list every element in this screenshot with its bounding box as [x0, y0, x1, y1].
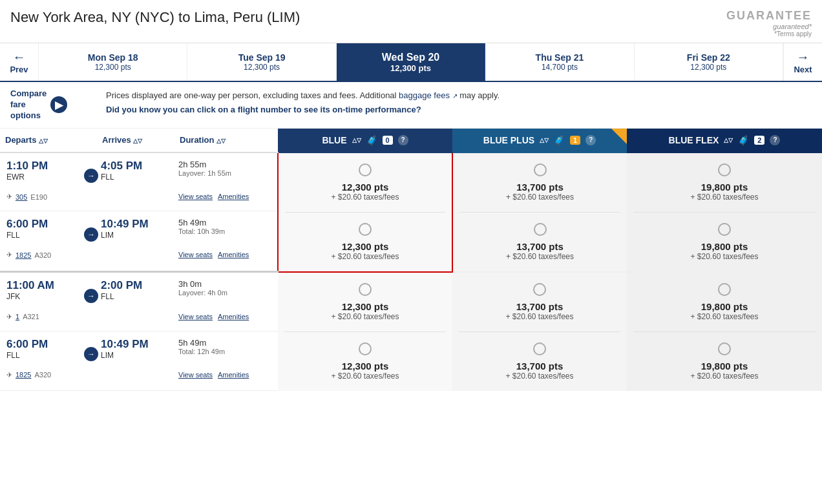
view-seats-link-1-2[interactable]: View seats	[178, 251, 213, 258]
blue-plus-radio-2-top[interactable]	[533, 283, 546, 296]
flight-num-1-1[interactable]: 305	[16, 193, 27, 201]
next-button[interactable]: → Next	[783, 43, 822, 81]
flight-table: Departs △▽ Arrives △▽ Duration △▽ BLUE △…	[0, 129, 822, 392]
blue-flex-radio-1-bottom[interactable]	[718, 223, 731, 236]
date-thu-pts: 14,700 pts	[542, 63, 578, 72]
view-seats-link-1-1[interactable]: View seats	[178, 193, 213, 200]
blue-flex-fare-1[interactable]: 19,800 pts + $20.60 taxes/fees 19,800 pt…	[627, 152, 822, 272]
date-thu[interactable]: Thu Sep 21 14,700 pts	[485, 43, 634, 81]
blue-flex-header-inner: BLUE FLEX △▽ 🧳 2 ?	[632, 135, 817, 145]
compare-fare-button[interactable]: Comparefareoptions ▶	[10, 89, 94, 121]
prev-label: Prev	[10, 65, 28, 74]
blue-flex-info-icon[interactable]: ?	[770, 135, 780, 145]
blue-flex-fare-1-bottom[interactable]: 19,800 pts + $20.60 taxes/fees	[633, 213, 816, 261]
best-value-badge	[611, 129, 627, 144]
blue-flex-pts-2-bottom: 19,800 pts	[701, 361, 748, 372]
blue-radio-1-top[interactable]	[359, 163, 372, 176]
date-tue-label: Tue Sep 19	[238, 52, 286, 63]
blue-radio-1-bottom[interactable]	[359, 223, 372, 236]
date-wed[interactable]: Wed Sep 20 12,300 pts	[337, 43, 485, 81]
blue-tax-2-top: + $20.60 taxes/fees	[331, 312, 399, 321]
view-seats-link-2-1[interactable]: View seats	[178, 313, 213, 320]
date-thu-label: Thu Sep 21	[536, 52, 584, 63]
date-mon[interactable]: Mon Sep 18 12,300 pts	[39, 43, 187, 81]
blue-flex-fare-1-top[interactable]: 19,800 pts + $20.60 taxes/fees	[633, 163, 816, 213]
arrive-airport-1-1: FLL	[101, 173, 169, 182]
blue-plus-radio-2-bottom[interactable]	[533, 342, 546, 355]
blue-plus-bag-icon: 🧳	[554, 135, 565, 145]
amenities-link-2-1[interactable]: Amenities	[218, 313, 249, 320]
duration-sub-1-1: Layover: 1h 55m	[178, 169, 272, 177]
flight-num-1-2[interactable]: 1825	[16, 251, 31, 259]
aircraft-2-2: A320	[34, 371, 51, 379]
blue-info-icon[interactable]: ?	[398, 135, 408, 145]
blue-header[interactable]: BLUE △▽ 🧳 0 ?	[278, 129, 452, 152]
blue-flex-tax-1-bottom: + $20.60 taxes/fees	[690, 252, 758, 261]
amenities-link-1-2[interactable]: Amenities	[218, 251, 249, 258]
arrive-time-1-2: 10:49 PM	[101, 218, 169, 231]
blue-flex-fare-2[interactable]: 19,800 pts + $20.60 taxes/fees 19,800 pt…	[627, 272, 822, 391]
blue-plus-info-icon[interactable]: ?	[585, 135, 596, 145]
blue-flex-label: BLUE FLEX	[669, 135, 719, 145]
blue-plus-sort-icon: △▽	[540, 137, 549, 143]
blue-pts-1-top: 12,300 pts	[342, 182, 389, 193]
departs-header[interactable]: Departs △▽	[0, 129, 84, 152]
blue-flex-radio-2-top[interactable]	[718, 283, 731, 296]
date-wed-label: Wed Sep 20	[382, 52, 440, 63]
arrow-col-1-2: →	[84, 211, 97, 251]
blue-fare-1-bottom[interactable]: 12,300 pts + $20.60 taxes/fees	[285, 213, 445, 261]
flight-num-2-1[interactable]: 1	[16, 313, 19, 320]
page-header: New York Area, NY (NYC) to Lima, Peru (L…	[0, 0, 822, 43]
blue-flex-pts-1-bottom: 19,800 pts	[701, 241, 748, 252]
amenities-link-2-2[interactable]: Amenities	[218, 371, 249, 379]
blue-fare-1-top[interactable]: 12,300 pts + $20.60 taxes/fees	[285, 163, 445, 213]
blue-plus-fare-2-top[interactable]: 13,700 pts + $20.60 taxes/fees	[459, 283, 620, 332]
date-fri-label: Fri Sep 22	[687, 52, 730, 63]
blue-plus-pts-2-top: 13,700 pts	[516, 301, 564, 312]
blue-radio-2-top[interactable]	[359, 283, 372, 296]
blue-fare-2-top[interactable]: 12,300 pts + $20.60 taxes/fees	[284, 283, 446, 332]
blue-bag-count: 0	[383, 136, 393, 145]
blue-tax-2-bottom: + $20.60 taxes/fees	[331, 372, 399, 381]
flight-2-seg-1-links: View seats Amenities	[174, 313, 278, 331]
date-fri[interactable]: Fri Sep 22 12,300 pts	[635, 43, 783, 81]
departs-sort-icon: △▽	[39, 138, 48, 144]
blue-plus-radio-1-top[interactable]	[534, 163, 547, 176]
date-tue[interactable]: Tue Sep 19 12,300 pts	[187, 43, 336, 81]
view-seats-link-2-2[interactable]: View seats	[178, 371, 213, 379]
duration-header[interactable]: Duration △▽	[174, 129, 278, 152]
aircraft-1-1: E190	[30, 193, 47, 201]
date-nav: ← Prev Mon Sep 18 12,300 pts Tue Sep 19 …	[0, 43, 822, 82]
blue-plus-fare-1-top[interactable]: 13,700 pts + $20.60 taxes/fees	[459, 163, 620, 213]
depart-airport-2-1: JFK	[6, 292, 79, 301]
blue-plus-fare-2-bottom[interactable]: 13,700 pts + $20.60 taxes/fees	[459, 332, 620, 381]
duration-sub-2-2: Total: 12h 49m	[178, 348, 273, 355]
blue-fare-1[interactable]: 12,300 pts + $20.60 taxes/fees 12,300 pt…	[278, 152, 452, 272]
blue-flex-header[interactable]: BLUE FLEX △▽ 🧳 2 ?	[627, 129, 822, 152]
blue-flex-radio-2-bottom[interactable]	[718, 342, 731, 355]
blue-plus-radio-1-bottom[interactable]	[534, 223, 547, 236]
flight-2-seg-2-details-dep: ✈ 1825 A320	[0, 371, 84, 391]
duration-sort-icon: △▽	[216, 138, 226, 144]
blue-plus-fare-1[interactable]: 13,700 pts + $20.60 taxes/fees 13,700 pt…	[452, 152, 627, 272]
baggage-fees-link[interactable]: baggage fees	[399, 90, 450, 100]
guarantee-area: GUARANTEE guaranteed* *Terms apply	[726, 9, 812, 37]
plane-icon-1-1: ✈	[6, 193, 12, 201]
prev-arrow-icon: ←	[13, 50, 26, 65]
blue-plus-header[interactable]: BLUE PLUS △▽ 🧳 1 ?	[452, 129, 627, 152]
blue-flex-fare-2-top[interactable]: 19,800 pts + $20.60 taxes/fees	[633, 283, 816, 332]
blue-flex-radio-1-top[interactable]	[718, 163, 731, 176]
blue-plus-tax-1-top: + $20.60 taxes/fees	[506, 193, 574, 202]
blue-fare-2[interactable]: 12,300 pts + $20.60 taxes/fees 12,300 pt…	[278, 272, 452, 391]
flight-1-seg-1-depart: 1:10 PM EWR	[0, 152, 84, 193]
blue-fare-2-bottom[interactable]: 12,300 pts + $20.60 taxes/fees	[284, 332, 446, 381]
blue-flex-fare-2-bottom[interactable]: 19,800 pts + $20.60 taxes/fees	[633, 332, 816, 381]
amenities-link-1-1[interactable]: Amenities	[218, 193, 249, 200]
blue-plus-fare-2[interactable]: 13,700 pts + $20.60 taxes/fees 13,700 pt…	[452, 272, 627, 391]
blue-radio-2-bottom[interactable]	[359, 342, 372, 355]
flight-num-2-2[interactable]: 1825	[16, 371, 31, 379]
guarantee-label: GUARANTEE	[726, 9, 812, 23]
arrives-header[interactable]: Arrives △▽	[97, 129, 174, 152]
prev-button[interactable]: ← Prev	[0, 43, 39, 81]
blue-plus-fare-1-bottom[interactable]: 13,700 pts + $20.60 taxes/fees	[459, 213, 620, 261]
